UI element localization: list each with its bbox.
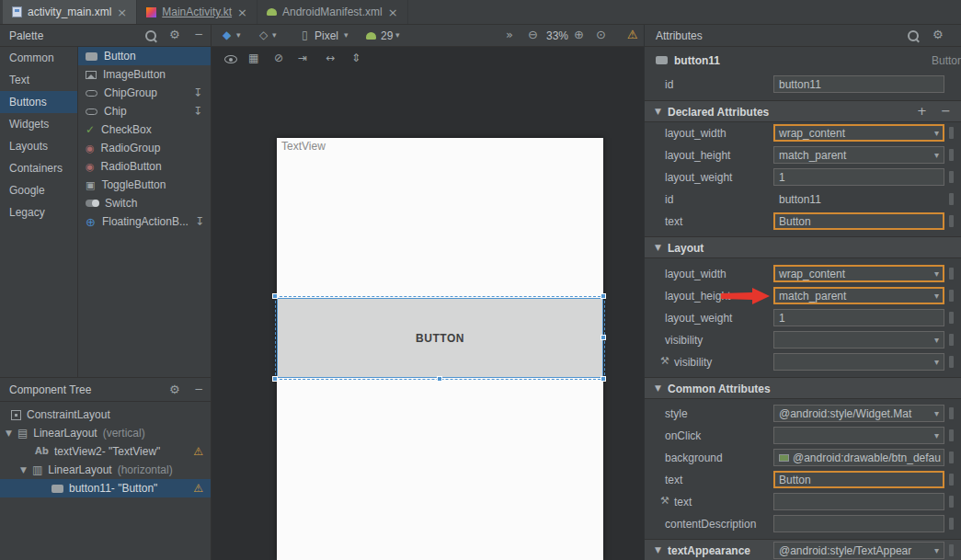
pick-resource-button[interactable] bbox=[949, 171, 954, 183]
blueprint-grid-icon[interactable]: ▦ bbox=[248, 52, 258, 63]
pick-resource-button[interactable] bbox=[949, 356, 954, 368]
pack-align-icon[interactable]: ⇕ bbox=[351, 52, 360, 63]
pick-resource-button[interactable] bbox=[949, 268, 954, 280]
palette-item-chipgroup[interactable]: ChipGroup ↧ bbox=[78, 84, 212, 102]
section-common-attributes[interactable]: ▼ Common Attributes bbox=[645, 377, 961, 399]
pick-resource-button[interactable] bbox=[949, 518, 954, 530]
pick-resource-button[interactable] bbox=[949, 451, 954, 463]
pick-resource-button[interactable] bbox=[949, 496, 954, 508]
palette-item-floatingactionbutton[interactable]: ⊕ FloatingActionB... ↧ bbox=[78, 212, 212, 231]
palette-item-button[interactable]: Button bbox=[78, 47, 212, 65]
pick-resource-button[interactable] bbox=[949, 429, 954, 441]
palette-category-text[interactable]: Text bbox=[0, 69, 77, 91]
add-attribute-button[interactable]: + bbox=[917, 105, 927, 117]
id-input[interactable]: button11 bbox=[773, 75, 944, 93]
canvas-textview[interactable]: TextView bbox=[281, 140, 326, 153]
download-icon[interactable]: ↧ bbox=[193, 87, 202, 98]
tree-item-linearlayout-vertical[interactable]: ▼ ▤ LinearLayout (vertical) bbox=[0, 424, 212, 442]
resize-handle[interactable] bbox=[601, 376, 606, 382]
gear-icon[interactable]: ⚙ bbox=[169, 383, 180, 395]
palette-category-common[interactable]: Common bbox=[0, 47, 77, 69]
palette-category-widgets[interactable]: Widgets bbox=[0, 113, 77, 135]
collapse-triangle-icon[interactable]: ▼ bbox=[655, 546, 661, 554]
text-input[interactable]: Button bbox=[773, 471, 944, 488]
tab-androidmanifest-xml[interactable]: AndroidManifest.xml × bbox=[257, 0, 408, 24]
close-tab-icon[interactable]: × bbox=[237, 6, 247, 18]
palette-item-switch[interactable]: Switch bbox=[78, 194, 212, 212]
zoom-in-button[interactable]: ⊕ bbox=[574, 29, 584, 40]
palette-category-containers[interactable]: Containers bbox=[0, 157, 77, 179]
default-margins-icon[interactable]: ⇥ bbox=[298, 52, 307, 63]
download-icon[interactable]: ↧ bbox=[193, 106, 202, 117]
palette-item-chip[interactable]: Chip ↧ bbox=[78, 102, 212, 120]
layout-width-dropdown[interactable]: wrap_content ▾ bbox=[773, 124, 944, 142]
close-tab-icon[interactable]: × bbox=[117, 6, 127, 18]
pick-resource-button[interactable] bbox=[949, 407, 954, 419]
section-layout[interactable]: ▼ Layout bbox=[645, 236, 961, 258]
search-icon[interactable] bbox=[908, 30, 919, 41]
close-tab-icon[interactable]: × bbox=[388, 6, 398, 18]
layout-width-dropdown[interactable]: wrap_content ▾ bbox=[773, 265, 944, 282]
pick-resource-button[interactable] bbox=[949, 544, 954, 556]
tab-mainactivity-kt[interactable]: MainActivity.kt × bbox=[137, 0, 257, 24]
palette-category-layouts[interactable]: Layouts bbox=[0, 135, 77, 157]
warnings-button[interactable]: ⚠ bbox=[627, 29, 638, 40]
orientation-icon[interactable]: ◇ bbox=[259, 29, 268, 40]
tree-expand-icon[interactable]: ▼ bbox=[6, 429, 12, 438]
style-dropdown[interactable]: @android:style/Widget.Mat ▾ bbox=[773, 405, 944, 422]
section-declared-attributes[interactable]: ▼ Declared Attributes + − bbox=[645, 100, 961, 122]
pick-resource-button[interactable] bbox=[949, 215, 954, 227]
zoom-to-fit-button[interactable]: ⊙ bbox=[596, 29, 606, 40]
tree-item-constraintlayout[interactable]: ConstraintLayout bbox=[0, 406, 212, 424]
zoom-level[interactable]: 33% bbox=[546, 29, 568, 42]
tree-item-textview2[interactable]: Ab textView2- "TextView" ⚠ bbox=[0, 442, 212, 461]
canvas-button[interactable]: BUTTON bbox=[277, 298, 603, 378]
tools-visibility-dropdown[interactable]: ▾ bbox=[773, 353, 944, 371]
tree-expand-icon[interactable]: ▼ bbox=[20, 466, 27, 474]
id-value[interactable]: button11 bbox=[773, 190, 944, 208]
text-input[interactable]: Button bbox=[773, 212, 944, 230]
palette-item-imagebutton[interactable]: ImageButton bbox=[78, 65, 212, 84]
api-level-selector[interactable]: 29 bbox=[381, 29, 393, 42]
palette-category-google[interactable]: Google bbox=[0, 179, 77, 201]
resize-handle[interactable] bbox=[601, 293, 606, 299]
search-icon[interactable] bbox=[145, 30, 156, 41]
device-screen[interactable]: TextView BUTTON bbox=[277, 138, 603, 560]
chevron-down-icon[interactable]: ▾ bbox=[344, 31, 349, 40]
content-description-input[interactable] bbox=[773, 515, 944, 532]
resize-handle[interactable] bbox=[272, 376, 278, 382]
minimize-icon[interactable]: − bbox=[194, 383, 203, 394]
pick-resource-button[interactable] bbox=[949, 474, 954, 486]
section-textappearance[interactable]: ▼ textAppearance @android:style/TextAppe… bbox=[645, 539, 961, 560]
textappearance-dropdown[interactable]: @android:style/TextAppear ▾ bbox=[773, 542, 944, 559]
layout-height-dropdown[interactable]: match_parent ▾ bbox=[773, 146, 944, 164]
pick-resource-button[interactable] bbox=[949, 127, 954, 139]
pick-resource-button[interactable] bbox=[949, 290, 954, 302]
overflow-chevrons-icon[interactable]: » bbox=[506, 29, 513, 40]
layout-weight-input[interactable]: 1 bbox=[773, 168, 944, 186]
design-surface-icon[interactable]: ◆ bbox=[223, 29, 231, 40]
pick-resource-button[interactable] bbox=[949, 334, 954, 346]
resize-handle[interactable] bbox=[601, 335, 606, 340]
view-options-icon[interactable] bbox=[224, 55, 237, 63]
tree-item-button11[interactable]: button11- "Button" ⚠ bbox=[0, 479, 212, 497]
palette-category-buttons[interactable]: Buttons bbox=[0, 91, 77, 113]
chevron-down-icon[interactable]: ▾ bbox=[272, 31, 277, 40]
background-input[interactable]: @android:drawable/btn_defau bbox=[773, 449, 944, 466]
collapse-triangle-icon[interactable]: ▼ bbox=[655, 108, 661, 116]
minimize-icon[interactable]: − bbox=[194, 29, 203, 40]
palette-item-togglebutton[interactable]: ▣ ToggleButton bbox=[78, 176, 212, 194]
pick-resource-button[interactable] bbox=[949, 149, 954, 161]
remove-attribute-button[interactable]: − bbox=[941, 105, 951, 117]
visibility-dropdown[interactable]: ▾ bbox=[773, 331, 944, 349]
autoconnect-off-magnet-icon[interactable]: ⊘ bbox=[274, 52, 283, 63]
resize-handle[interactable] bbox=[272, 293, 278, 299]
zoom-out-button[interactable]: ⊖ bbox=[528, 29, 538, 40]
tools-text-input[interactable] bbox=[773, 493, 944, 510]
clear-constraints-icon[interactable]: ↔ bbox=[326, 52, 335, 63]
pick-resource-button[interactable] bbox=[949, 193, 954, 205]
palette-item-radiobutton[interactable]: ◉ RadioButton bbox=[78, 157, 212, 176]
palette-item-radiogroup[interactable]: ◉ RadioGroup bbox=[78, 139, 212, 157]
onclick-dropdown[interactable]: ▾ bbox=[773, 427, 944, 444]
layout-weight-input[interactable]: 1 bbox=[773, 309, 944, 326]
